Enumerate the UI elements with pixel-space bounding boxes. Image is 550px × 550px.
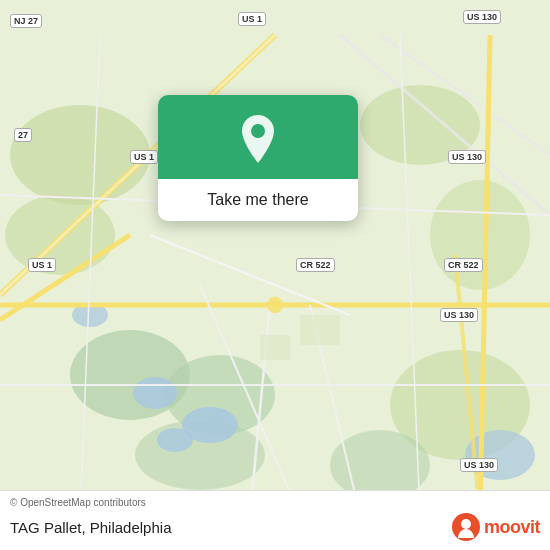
road-badge-us1-top: US 1 [238, 12, 266, 26]
moovit-logo-icon [451, 512, 481, 542]
popup-green-section [158, 95, 358, 179]
place-name: TAG Pallet, Philadelphia [10, 519, 171, 536]
road-badge-us130-mid: US 130 [448, 150, 486, 164]
svg-point-10 [133, 377, 177, 409]
svg-point-4 [430, 180, 530, 290]
bottom-bar: © OpenStreetMap contributors TAG Pallet,… [0, 490, 550, 550]
location-pin-icon [236, 113, 280, 165]
map-container: NJ 27 US 1 US 130 27 US 1 US 130 US 1 CR… [0, 0, 550, 550]
svg-rect-33 [260, 335, 290, 360]
take-me-there-button[interactable]: Take me there [191, 179, 324, 221]
road-badge-27-left: 27 [14, 128, 32, 142]
svg-point-12 [157, 428, 193, 452]
bottom-row: TAG Pallet, Philadelphia moovit [10, 512, 540, 542]
road-badge-cr522-center: CR 522 [296, 258, 335, 272]
svg-rect-32 [300, 315, 340, 345]
road-badge-us1-lower: US 1 [28, 258, 56, 272]
road-badge-us130-bottom: US 130 [460, 458, 498, 472]
road-badge-us1-mid: US 1 [130, 150, 158, 164]
moovit-logo: moovit [451, 512, 540, 542]
moovit-text: moovit [484, 517, 540, 538]
road-badge-us130-lower: US 130 [440, 308, 478, 322]
road-badge-cr522-right: CR 522 [444, 258, 483, 272]
svg-point-36 [461, 519, 471, 529]
svg-point-31 [267, 297, 283, 313]
svg-point-1 [10, 105, 150, 205]
svg-point-34 [251, 124, 265, 138]
map-attribution: © OpenStreetMap contributors [10, 497, 540, 508]
road-badge-us130-top-right: US 130 [463, 10, 501, 24]
popup-card: Take me there [158, 95, 358, 221]
road-badge-nj27-top: NJ 27 [10, 14, 42, 28]
